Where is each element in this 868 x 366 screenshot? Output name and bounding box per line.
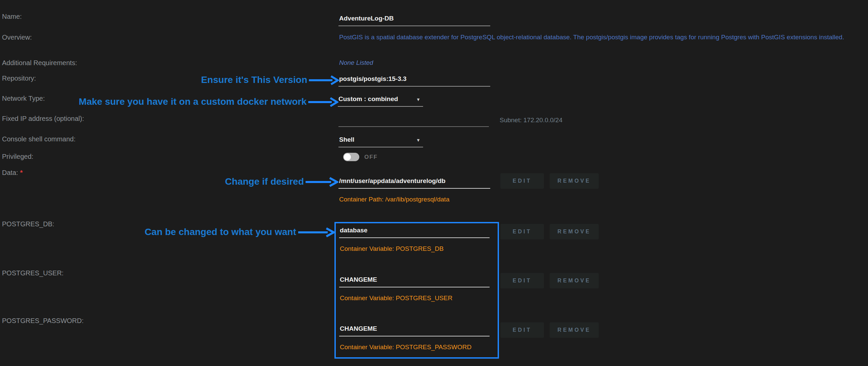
name-label: Name:	[2, 13, 22, 21]
dropdown-arrow-icon: ▼	[416, 97, 421, 102]
postgres-user-label: POSTGRES_USER:	[2, 269, 63, 277]
data-container-path-note: Container Path: /var/lib/postgresql/data	[339, 196, 449, 203]
privileged-toggle-state: OFF	[364, 154, 378, 160]
network-type-selected-value: Custom : combined	[338, 95, 398, 103]
required-asterisk: *	[20, 169, 23, 176]
edit-button[interactable]: EDIT	[500, 224, 544, 239]
docker-template-settings-page: Name: Overview: Additional Requirements:…	[0, 0, 868, 366]
name-input[interactable]: AdventureLog-DB	[338, 13, 490, 26]
annotation-highlight-box	[335, 222, 499, 359]
repository-label: Repository:	[2, 74, 36, 82]
data-label-text: Data:	[2, 169, 18, 176]
postgres-db-label: POSTGRES_DB:	[2, 220, 54, 228]
annotation-postgres-db: Can be changed to what you want	[145, 227, 296, 237]
annotation-network: Make sure you have it on a custom docker…	[79, 96, 307, 107]
data-label: Data:*	[2, 169, 23, 177]
postgres-db-variable-note: Container Variable: POSTGRES_DB	[340, 245, 443, 252]
toggle-knob	[344, 153, 351, 160]
additional-requirements-value: None Listed	[339, 59, 373, 66]
data-path-input[interactable]: /mnt/user/appdata/adventurelog/db	[338, 176, 490, 189]
remove-button[interactable]: REMOVE	[550, 224, 599, 239]
fixed-ip-label: Fixed IP address (optional):	[2, 115, 84, 123]
postgres-password-label: POSTGRES_PASSWORD:	[2, 317, 84, 325]
postgres-password-input-value: CHANGEME	[340, 325, 377, 332]
remove-button[interactable]: REMOVE	[550, 173, 599, 189]
dropdown-arrow-icon: ▼	[416, 138, 421, 143]
privileged-label: Privileged:	[2, 153, 33, 160]
annotation-repository: Ensure it's This Version	[201, 74, 307, 85]
arrow-icon	[308, 75, 339, 85]
edit-button[interactable]: EDIT	[500, 273, 544, 288]
arrow-icon	[308, 97, 338, 107]
console-shell-selected-value: Shell	[339, 136, 354, 143]
postgres-user-input-value: CHANGEME	[340, 276, 377, 283]
console-shell-select[interactable]: Shell ▼	[338, 135, 423, 147]
postgres-db-input-value: database	[340, 227, 367, 234]
postgres-user-variable-note: Container Variable: POSTGRES_USER	[340, 295, 452, 302]
network-type-select[interactable]: Custom : combined ▼	[338, 94, 423, 107]
edit-button[interactable]: EDIT	[500, 322, 544, 338]
subnet-note: Subnet: 172.20.0.0/24	[500, 117, 562, 124]
remove-button[interactable]: REMOVE	[550, 322, 599, 338]
overview-text: PostGIS is a spatial database extender f…	[339, 34, 844, 41]
postgres-user-input[interactable]: CHANGEME	[339, 275, 490, 287]
network-type-label: Network Type:	[2, 95, 45, 102]
postgres-password-variable-note: Container Variable: POSTGRES_PASSWORD	[340, 343, 471, 351]
repository-input[interactable]: postgis/postgis:15-3.3	[338, 74, 490, 87]
repository-input-value: postgis/postgis:15-3.3	[339, 75, 407, 83]
edit-button[interactable]: EDIT	[500, 173, 544, 189]
remove-button[interactable]: REMOVE	[550, 273, 599, 288]
arrow-icon	[298, 227, 335, 237]
overview-label: Overview:	[2, 34, 32, 41]
console-shell-label: Console shell command:	[2, 135, 75, 143]
privileged-toggle[interactable]	[343, 153, 359, 161]
fixed-ip-input[interactable]	[338, 114, 489, 127]
additional-requirements-label: Additional Requirements:	[2, 59, 77, 67]
arrow-icon	[305, 177, 338, 187]
postgres-password-input[interactable]: CHANGEME	[339, 324, 490, 336]
data-path-input-value: /mnt/user/appdata/adventurelog/db	[339, 177, 445, 185]
postgres-db-input[interactable]: database	[339, 225, 490, 238]
annotation-data-path: Change if desired	[225, 176, 304, 187]
name-input-value: AdventureLog-DB	[339, 15, 394, 22]
